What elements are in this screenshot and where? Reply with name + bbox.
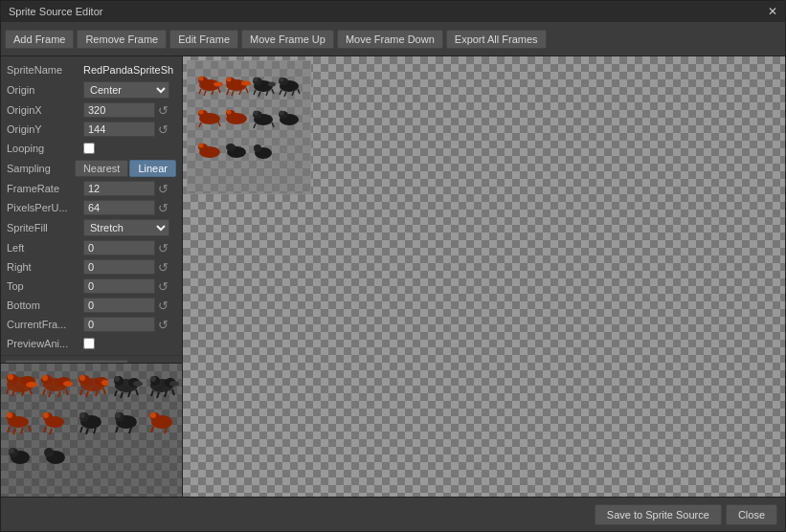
- sampling-label: Sampling: [7, 163, 75, 174]
- svg-point-101: [268, 82, 276, 87]
- close-button[interactable]: Close: [726, 504, 777, 525]
- svg-line-24: [96, 390, 98, 396]
- current-frame-row: CurrentFra... ↺: [1, 315, 182, 334]
- frame-thumb-2[interactable]: [38, 366, 73, 400]
- svg-line-41: [157, 392, 159, 398]
- frame-thumb-7[interactable]: [38, 401, 73, 435]
- frame-rate-reset-button[interactable]: ↺: [155, 181, 170, 196]
- looping-checkbox[interactable]: [83, 143, 95, 154]
- svg-point-17: [63, 381, 73, 387]
- sprite-preview-image: [191, 65, 306, 189]
- svg-point-129: [226, 144, 236, 151]
- svg-point-77: [44, 448, 54, 457]
- sprite-frame-box: [187, 60, 311, 194]
- frames-strip-inner: [1, 364, 182, 497]
- frame-rate-input[interactable]: [83, 181, 155, 196]
- pixels-per-unit-label: PixelsPerU...: [7, 202, 83, 213]
- origin-row: Origin Center Top Left Top Right Bottom …: [1, 79, 182, 100]
- svg-line-14: [49, 391, 51, 397]
- svg-line-13: [43, 389, 45, 395]
- svg-point-59: [79, 412, 85, 418]
- frame-thumb-6[interactable]: [3, 401, 37, 435]
- preview-anim-checkbox[interactable]: [83, 338, 95, 349]
- top-label: Top: [7, 280, 83, 292]
- sprite-fill-select[interactable]: Stretch Tile Tile Fit: [83, 219, 169, 236]
- right-reset-button[interactable]: ↺: [155, 259, 170, 275]
- frame-thumb-5[interactable]: [145, 366, 179, 400]
- current-frame-reset-button[interactable]: ↺: [155, 317, 170, 332]
- origin-x-reset-button[interactable]: ↺: [155, 102, 170, 118]
- svg-line-121: [272, 122, 274, 127]
- left-label: Left: [7, 242, 83, 254]
- svg-line-67: [129, 428, 131, 433]
- origin-x-input[interactable]: [83, 102, 155, 118]
- svg-line-51: [29, 426, 31, 432]
- remove-frame-button[interactable]: Remove Frame: [77, 30, 167, 49]
- svg-point-80: [199, 77, 204, 81]
- svg-line-22: [80, 389, 82, 395]
- svg-line-40: [151, 390, 153, 396]
- svg-line-56: [50, 429, 52, 434]
- origin-y-reset-button[interactable]: ↺: [155, 122, 170, 137]
- sprite-preview: [183, 56, 785, 497]
- save-to-sprite-source-button[interactable]: Save to Sprite Source: [595, 504, 722, 525]
- left-reset-button[interactable]: ↺: [155, 240, 170, 255]
- svg-line-113: [218, 122, 220, 126]
- svg-point-35: [133, 381, 143, 387]
- origin-select[interactable]: Center Top Left Top Right Bottom Left Bo…: [83, 81, 169, 99]
- pixels-per-unit-input[interactable]: [83, 200, 155, 215]
- svg-point-116: [227, 110, 232, 115]
- frame-thumb-4[interactable]: [109, 366, 144, 400]
- frame-thumb-11[interactable]: [3, 436, 37, 471]
- svg-point-131: [254, 144, 261, 152]
- sampling-linear-button[interactable]: Linear: [129, 160, 176, 177]
- right-area: [183, 56, 785, 497]
- bottom-row: Bottom ↺: [1, 296, 182, 315]
- origin-y-input[interactable]: [83, 122, 155, 137]
- frame-thumb-12[interactable]: [38, 436, 73, 471]
- svg-point-38: [150, 376, 156, 382]
- left-input[interactable]: [83, 240, 155, 255]
- svg-line-33: [128, 391, 130, 397]
- top-reset-button[interactable]: ↺: [155, 278, 170, 294]
- origin-label: Origin: [7, 84, 83, 96]
- export-all-frames-button[interactable]: Export All Frames: [446, 30, 547, 49]
- frame-rate-row: FrameRate ↺: [1, 179, 182, 198]
- svg-point-2: [8, 374, 13, 380]
- edit-frame-button[interactable]: Edit Frame: [169, 30, 238, 49]
- frame-thumb-8[interactable]: [74, 401, 108, 435]
- svg-line-61: [86, 429, 88, 434]
- svg-point-29: [114, 376, 120, 382]
- window-close-button[interactable]: ✕: [768, 5, 777, 18]
- pixels-per-unit-reset-button[interactable]: ↺: [155, 200, 170, 215]
- main-window: Sprite Source Editor ✕ Add Frame Remove …: [0, 0, 786, 532]
- svg-point-44: [169, 381, 179, 387]
- svg-point-8: [26, 382, 37, 388]
- move-frame-down-button[interactable]: Move Frame Down: [337, 30, 443, 49]
- top-input[interactable]: [83, 278, 155, 294]
- svg-point-93: [241, 81, 251, 86]
- sprite-name-label: SpriteName: [7, 64, 83, 76]
- current-frame-input[interactable]: [83, 317, 155, 332]
- move-frame-up-button[interactable]: Move Frame Up: [241, 30, 334, 49]
- svg-line-84: [218, 88, 220, 93]
- frame-thumb-10[interactable]: [145, 401, 179, 435]
- svg-line-31: [115, 390, 117, 396]
- bottom-reset-button[interactable]: ↺: [155, 298, 170, 313]
- add-frame-button[interactable]: Add Frame: [5, 30, 74, 49]
- frame-thumb-9[interactable]: [109, 401, 144, 435]
- right-input[interactable]: [83, 259, 155, 275]
- current-frame-label: CurrentFra...: [7, 319, 83, 330]
- svg-line-89: [227, 89, 229, 95]
- svg-line-50: [21, 428, 23, 433]
- svg-point-65: [115, 412, 121, 418]
- frame-thumb-3[interactable]: [74, 366, 108, 400]
- sampling-nearest-button[interactable]: Nearest: [75, 160, 129, 177]
- frame-thumb-1[interactable]: [3, 366, 37, 400]
- svg-line-90: [232, 91, 234, 96]
- svg-line-60: [80, 427, 82, 432]
- svg-point-104: [280, 78, 284, 82]
- svg-point-119: [254, 111, 258, 116]
- bottom-input[interactable]: [83, 298, 155, 313]
- svg-line-98: [258, 92, 260, 97]
